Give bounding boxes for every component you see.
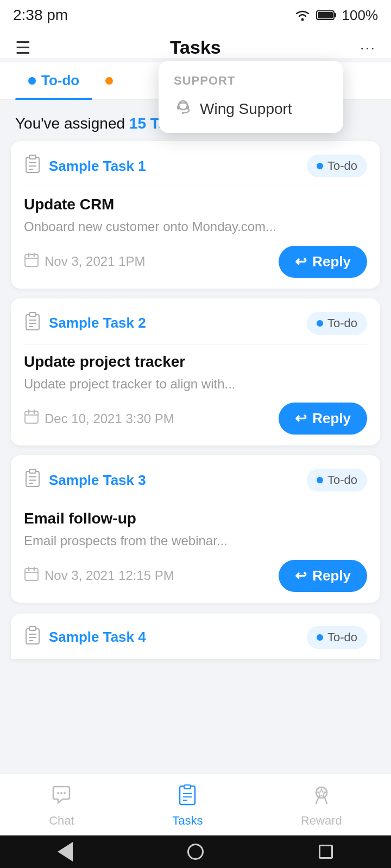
android-back-button[interactable] bbox=[55, 842, 75, 861]
task-2-status-badge: To-do bbox=[307, 312, 367, 335]
task-2-description: Update project tracker to align with... bbox=[24, 375, 367, 393]
task-3-reply-button[interactable]: ↩ Reply bbox=[279, 560, 367, 592]
nav-item-tasks[interactable]: Tasks bbox=[172, 784, 203, 828]
tab-todo[interactable]: To-do bbox=[15, 62, 92, 99]
task-3-reply-label: Reply bbox=[312, 567, 351, 584]
svg-point-42 bbox=[64, 792, 66, 794]
task-card-4-partial: Sample Task 4 To-do bbox=[11, 614, 380, 659]
reward-nav-label: Reward bbox=[301, 814, 342, 828]
task-1-reply-label: Reply bbox=[312, 253, 351, 270]
task-2-badge-dot bbox=[317, 320, 323, 327]
svg-rect-31 bbox=[25, 569, 38, 580]
svg-point-7 bbox=[182, 112, 184, 114]
task-2-reply-button[interactable]: ↩ Reply bbox=[279, 403, 367, 435]
task-1-description: Onboard new customer onto Monday.com... bbox=[24, 218, 367, 236]
task-2-reply-label: Reply bbox=[312, 410, 351, 427]
svg-rect-35 bbox=[26, 629, 39, 644]
task-4-name[interactable]: Sample Task 4 bbox=[49, 629, 146, 646]
clipboard-icon-2 bbox=[24, 311, 41, 335]
chat-nav-label: Chat bbox=[49, 814, 74, 828]
battery-icon bbox=[316, 9, 337, 21]
task-1-footer: Nov 3, 2021 1PM ↩ Reply bbox=[24, 246, 367, 278]
task-3-date-text: Nov 3, 2021 12:15 PM bbox=[45, 568, 174, 583]
android-recents-button[interactable] bbox=[316, 842, 336, 861]
svg-rect-9 bbox=[29, 155, 36, 159]
svg-point-41 bbox=[60, 792, 62, 794]
task-card-3: Sample Task 3 To-do Email follow-up Emai… bbox=[11, 455, 380, 603]
clipboard-icon-1 bbox=[24, 154, 41, 178]
svg-rect-17 bbox=[26, 315, 39, 330]
task-1-date-text: Nov 3, 2021 1PM bbox=[45, 254, 145, 269]
svg-rect-36 bbox=[29, 627, 36, 630]
dropdown-wing-support-item[interactable]: Wing Support bbox=[174, 98, 328, 120]
task-3-title: Email follow-up bbox=[24, 510, 367, 527]
menu-icon[interactable]: ☰ bbox=[15, 39, 31, 56]
reply-arrow-icon-2: ↩ bbox=[295, 410, 307, 427]
calendar-icon-3 bbox=[24, 566, 39, 585]
calendar-icon-1 bbox=[24, 252, 39, 271]
tasks-nav-label: Tasks bbox=[172, 814, 203, 828]
svg-line-51 bbox=[325, 798, 327, 803]
reply-arrow-icon-3: ↩ bbox=[295, 567, 307, 584]
reward-nav-icon bbox=[311, 784, 332, 810]
task-2-date: Dec 10, 2021 3:30 PM bbox=[24, 409, 174, 428]
status-bar: 2:38 pm 100% bbox=[0, 0, 391, 28]
task-1-title: Update CRM bbox=[24, 196, 367, 213]
task-1-header: Sample Task 1 To-do bbox=[24, 154, 367, 187]
wifi-icon bbox=[294, 9, 311, 21]
clipboard-icon-4 bbox=[24, 626, 41, 649]
svg-rect-26 bbox=[26, 471, 39, 487]
task-1-badge-dot bbox=[317, 163, 323, 169]
task-3-badge-dot bbox=[317, 477, 323, 483]
task-1-name[interactable]: Sample Task 1 bbox=[49, 158, 146, 175]
task-4-status-label: To-do bbox=[327, 630, 357, 644]
nav-item-reward[interactable]: Reward bbox=[301, 784, 342, 828]
page-title: Tasks bbox=[170, 37, 221, 58]
svg-rect-5 bbox=[177, 105, 180, 110]
task-3-name[interactable]: Sample Task 3 bbox=[49, 472, 146, 489]
task-2-name[interactable]: Sample Task 2 bbox=[49, 315, 146, 331]
tab-todo-dot bbox=[28, 77, 36, 85]
svg-point-40 bbox=[57, 792, 59, 794]
task-2-header: Sample Task 2 To-do bbox=[24, 311, 367, 344]
svg-rect-22 bbox=[25, 411, 38, 423]
chat-nav-icon bbox=[51, 784, 72, 810]
task-4-badge-dot bbox=[317, 634, 323, 641]
task-4-header: Sample Task 4 To-do bbox=[24, 626, 367, 649]
summary-prefix: You've assigned bbox=[15, 115, 129, 132]
dropdown-wing-support-label: Wing Support bbox=[200, 100, 292, 118]
svg-rect-3 bbox=[318, 12, 333, 18]
svg-rect-2 bbox=[334, 13, 336, 17]
tasks-nav-icon bbox=[176, 784, 198, 810]
status-icons: 100% bbox=[294, 7, 379, 24]
task-2-footer: Dec 10, 2021 3:30 PM ↩ Reply bbox=[24, 403, 367, 435]
svg-rect-44 bbox=[184, 785, 191, 789]
android-home-button[interactable] bbox=[186, 842, 205, 861]
tasks-list: Sample Task 1 To-do Update CRM Onboard n… bbox=[0, 141, 391, 614]
more-options-icon[interactable]: ··· bbox=[360, 39, 376, 56]
svg-rect-13 bbox=[25, 254, 38, 266]
tab-other[interactable] bbox=[92, 62, 126, 99]
dropdown-section-label: SUPPORT bbox=[174, 74, 328, 88]
headset-icon bbox=[174, 98, 192, 120]
svg-marker-49 bbox=[317, 789, 326, 797]
status-time: 2:38 pm bbox=[13, 7, 68, 24]
task-3-header: Sample Task 3 To-do bbox=[24, 468, 367, 501]
task-3-date: Nov 3, 2021 12:15 PM bbox=[24, 566, 174, 585]
task-1-reply-button[interactable]: ↩ Reply bbox=[279, 246, 367, 278]
app-header: ☰ Tasks ··· SUPPORT Wing Support bbox=[0, 28, 391, 58]
task-3-status-badge: To-do bbox=[307, 469, 367, 492]
svg-line-50 bbox=[316, 798, 318, 803]
task-2-name-wrapper: Sample Task 2 bbox=[24, 311, 146, 335]
task-3-footer: Nov 3, 2021 12:15 PM ↩ Reply bbox=[24, 560, 367, 592]
bottom-navigation: Chat Tasks Reward bbox=[0, 774, 391, 835]
svg-point-0 bbox=[301, 18, 304, 21]
dropdown-menu: SUPPORT Wing Support bbox=[159, 61, 343, 133]
task-3-name-wrapper: Sample Task 3 bbox=[24, 468, 146, 492]
nav-item-chat[interactable]: Chat bbox=[49, 784, 74, 828]
task-2-status-label: To-do bbox=[327, 316, 357, 330]
clipboard-icon-3 bbox=[24, 468, 41, 492]
task-1-status-label: To-do bbox=[327, 159, 357, 173]
task-1-status-badge: To-do bbox=[307, 155, 367, 177]
svg-rect-8 bbox=[26, 157, 39, 173]
